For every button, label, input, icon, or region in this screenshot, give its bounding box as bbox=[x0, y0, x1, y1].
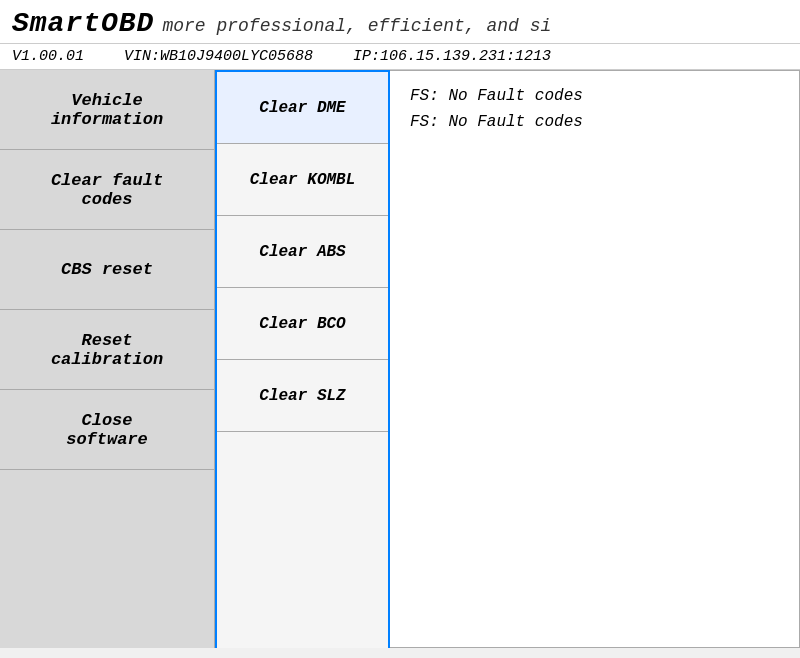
vin-value: WB10J9400LYC05688 bbox=[160, 48, 313, 65]
vin-label: VIN: bbox=[124, 48, 160, 65]
sidebar-item-vehicle-information[interactable]: Vehicleinformation bbox=[0, 70, 214, 150]
middle-item-clear-bco[interactable]: Clear BCO bbox=[217, 288, 388, 360]
middle-item-clear-slz[interactable]: Clear SLZ bbox=[217, 360, 388, 432]
left-sidebar: Vehicleinformation Clear faultcodes CBS … bbox=[0, 70, 215, 648]
right-panel: FS: No Fault codes FS: No Fault codes bbox=[390, 70, 800, 648]
middle-panel: Clear DME Clear KOMBL Clear ABS Clear BC… bbox=[215, 70, 390, 648]
ip-value: 106.15.139.231:1213 bbox=[380, 48, 551, 65]
app-brand: SmartOBD bbox=[12, 8, 154, 39]
version-label: V1.00.01 bbox=[12, 48, 84, 65]
middle-label-clear-slz: Clear SLZ bbox=[259, 387, 345, 405]
middle-label-clear-kombl: Clear KOMBL bbox=[250, 171, 356, 189]
sidebar-label-clear-fault-codes: Clear faultcodes bbox=[51, 171, 163, 209]
fault-line-1: FS: No Fault codes bbox=[410, 87, 779, 105]
sidebar-label-vehicle-information: Vehicleinformation bbox=[51, 91, 163, 129]
middle-item-clear-kombl[interactable]: Clear KOMBL bbox=[217, 144, 388, 216]
sidebar-item-clear-fault-codes[interactable]: Clear faultcodes bbox=[0, 150, 214, 230]
app-subtitle: more professional, efficient, and si bbox=[162, 16, 551, 36]
middle-label-clear-abs: Clear ABS bbox=[259, 243, 345, 261]
sidebar-item-cbs-reset[interactable]: CBS reset bbox=[0, 230, 214, 310]
ip-info: IP:106.15.139.231:1213 bbox=[353, 48, 551, 65]
middle-item-clear-dme[interactable]: Clear DME bbox=[217, 72, 388, 144]
ip-label: IP: bbox=[353, 48, 380, 65]
version-bar: V1.00.01 VIN:WB10J9400LYC05688 IP:106.15… bbox=[0, 44, 800, 70]
middle-item-clear-abs[interactable]: Clear ABS bbox=[217, 216, 388, 288]
middle-label-clear-bco: Clear BCO bbox=[259, 315, 345, 333]
sidebar-item-close-software[interactable]: Closesoftware bbox=[0, 390, 214, 470]
sidebar-label-cbs-reset: CBS reset bbox=[61, 260, 153, 279]
vin-info: VIN:WB10J9400LYC05688 bbox=[124, 48, 313, 65]
middle-label-clear-dme: Clear DME bbox=[259, 99, 345, 117]
header-bar: SmartOBD more professional, efficient, a… bbox=[0, 0, 800, 44]
sidebar-label-reset-calibration: Resetcalibration bbox=[51, 331, 163, 369]
sidebar-item-reset-calibration[interactable]: Resetcalibration bbox=[0, 310, 214, 390]
fault-line-2: FS: No Fault codes bbox=[410, 113, 779, 131]
main-content: Vehicleinformation Clear faultcodes CBS … bbox=[0, 70, 800, 648]
sidebar-label-close-software: Closesoftware bbox=[66, 411, 148, 449]
